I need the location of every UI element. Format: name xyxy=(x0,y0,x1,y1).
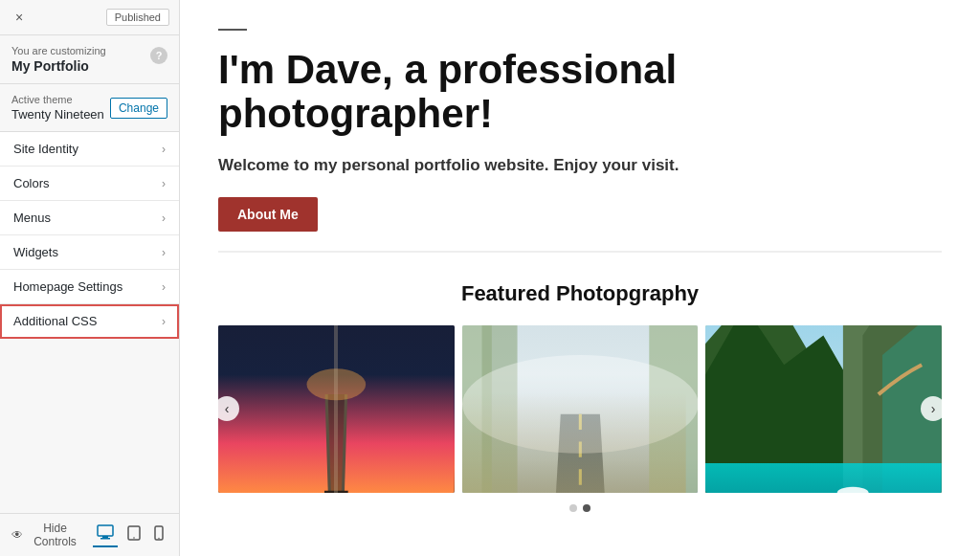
hero-title: I'm Dave, a professional photographer! xyxy=(218,48,942,136)
chevron-right-icon: › xyxy=(162,177,166,190)
photo-carousel: ‹ xyxy=(218,325,942,493)
sidebar-item-label: Colors xyxy=(13,176,50,190)
eye-icon: 👁 xyxy=(11,528,23,542)
svg-rect-18 xyxy=(481,325,517,493)
mobile-view-button[interactable] xyxy=(150,523,167,547)
svg-rect-2 xyxy=(100,538,110,540)
theme-section: Active theme Twenty Nineteen Change xyxy=(0,84,179,132)
sidebar-item-homepage-settings[interactable]: Homepage Settings › xyxy=(0,270,179,304)
chevron-right-icon: › xyxy=(162,246,166,259)
chevron-right-icon: › xyxy=(162,211,166,225)
photo-railway xyxy=(218,325,455,493)
svg-point-15 xyxy=(307,368,367,400)
help-icon[interactable]: ? xyxy=(150,47,167,64)
nav-section: Site Identity › Colors › Menus › Widgets… xyxy=(0,132,179,513)
main-content: I'm Dave, a professional photographer! W… xyxy=(180,0,980,556)
svg-point-4 xyxy=(133,537,135,539)
featured-title: Featured Photopgraphy xyxy=(218,281,942,306)
customizing-label: You are customizing xyxy=(11,45,106,56)
sidebar-item-label: Site Identity xyxy=(13,142,78,156)
sidebar-item-label: Homepage Settings xyxy=(13,279,122,294)
hide-controls-label: Hide Controls xyxy=(27,522,83,548)
about-me-button[interactable]: About Me xyxy=(218,197,318,232)
svg-rect-0 xyxy=(98,525,113,536)
hero-subtitle: Welcome to my personal portfolio website… xyxy=(218,153,942,178)
tablet-view-button[interactable] xyxy=(123,523,145,547)
carousel-dot-2[interactable] xyxy=(583,504,590,512)
carousel-dot-1[interactable] xyxy=(569,504,577,512)
sidebar: × Published You are customizing My Portf… xyxy=(0,0,180,556)
carousel-next-button[interactable]: › xyxy=(921,396,946,421)
sidebar-item-label: Menus xyxy=(13,211,51,225)
active-theme-label: Active theme xyxy=(11,94,104,105)
photo-foggy-road xyxy=(462,325,699,493)
chevron-right-icon: › xyxy=(162,143,166,156)
svg-rect-1 xyxy=(102,536,108,538)
carousel-images xyxy=(218,325,942,493)
theme-name: Twenty Nineteen xyxy=(11,107,104,122)
sidebar-item-additional-css[interactable]: Additional CSS › xyxy=(0,304,179,339)
published-badge: Published xyxy=(106,9,169,26)
theme-info: Active theme Twenty Nineteen xyxy=(11,94,104,122)
featured-section: Featured Photopgraphy ‹ xyxy=(218,253,942,531)
svg-point-22 xyxy=(462,355,699,454)
chevron-right-icon: › xyxy=(162,315,166,328)
sidebar-footer: 👁 Hide Controls xyxy=(0,513,179,556)
svg-point-6 xyxy=(158,538,159,539)
hide-controls-button[interactable]: 👁 Hide Controls xyxy=(11,522,83,548)
svg-rect-7 xyxy=(218,325,455,493)
customizing-title: My Portfolio xyxy=(11,58,106,74)
change-theme-button[interactable]: Change xyxy=(110,98,167,119)
customizing-info: You are customizing My Portfolio xyxy=(11,45,106,74)
sidebar-item-widgets[interactable]: Widgets › xyxy=(0,235,179,270)
sidebar-item-label: Widgets xyxy=(13,245,58,259)
svg-marker-20 xyxy=(550,414,610,493)
desktop-view-button[interactable] xyxy=(93,523,118,547)
chevron-right-icon: › xyxy=(162,280,166,294)
sidebar-item-menus[interactable]: Menus › xyxy=(0,201,179,235)
sidebar-item-site-identity[interactable]: Site Identity › xyxy=(0,132,179,167)
close-button[interactable]: × xyxy=(10,8,29,27)
sidebar-item-label: Additional CSS xyxy=(13,314,97,328)
device-buttons xyxy=(93,523,167,547)
decorative-line xyxy=(218,29,247,31)
hero-section: I'm Dave, a professional photographer! W… xyxy=(218,0,942,253)
photo-mountain-lake xyxy=(705,325,942,493)
carousel-dots xyxy=(218,504,942,512)
sidebar-item-colors[interactable]: Colors › xyxy=(0,167,179,201)
sidebar-header: × Published xyxy=(0,0,179,35)
customizing-section: You are customizing My Portfolio ? xyxy=(0,35,179,84)
svg-rect-29 xyxy=(705,463,942,493)
